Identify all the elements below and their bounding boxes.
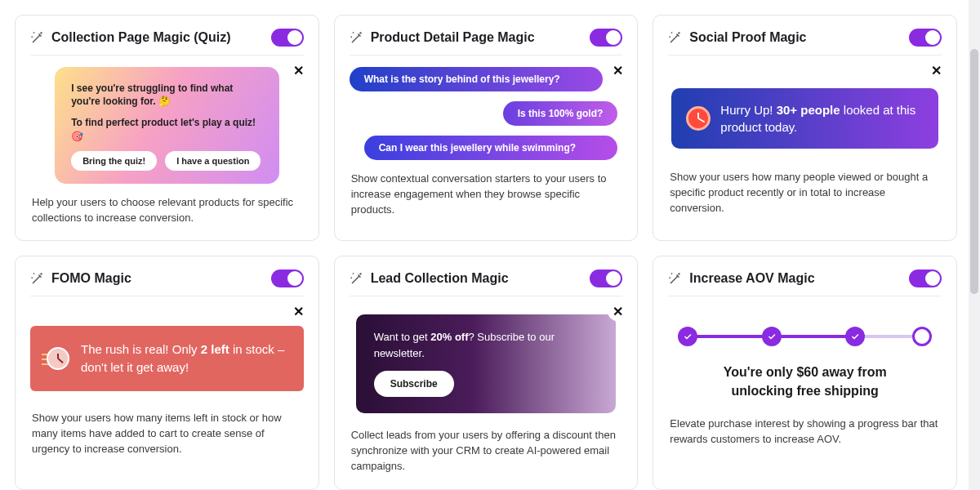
wand-icon (30, 30, 45, 45)
progress-node-incomplete (912, 327, 932, 346)
progress-node-complete (845, 327, 865, 346)
clock-icon (47, 347, 69, 370)
question-button[interactable]: I have a question (165, 151, 261, 171)
card-title: FOMO Magic (51, 271, 131, 286)
toggle-increase-aov[interactable] (909, 270, 942, 287)
fomo-banner: The rush is real! Only 2 left in stock –… (30, 326, 304, 391)
preview-lead: ✕ Want to get 20% off? Subscribe to our … (350, 308, 623, 416)
bring-quiz-button[interactable]: Bring the quiz! (71, 151, 157, 171)
card-social-proof: Social Proof Magic ✕ Hurry Up! 30+ peopl… (653, 15, 957, 241)
wand-icon (350, 30, 364, 45)
card-header: Product Detail Page Magic (350, 29, 623, 56)
toggle-social-proof[interactable] (909, 29, 942, 47)
fomo-text-prefix: The rush is real! Only (81, 342, 201, 356)
aov-line-2: unlocking free shipping (673, 382, 937, 400)
card-description: Show contextual conversation starters to… (350, 172, 623, 218)
toggle-fomo[interactable] (271, 270, 304, 287)
card-header: FOMO Magic (30, 270, 304, 296)
conversation-starter-pill[interactable]: What is the story behind of this jewelle… (350, 67, 604, 91)
card-title: Increase AOV Magic (689, 271, 814, 286)
preview-aov: You're only $60 away from unlocking free… (668, 308, 942, 405)
wand-icon (350, 271, 364, 286)
aov-line-1: You're only $60 away from (673, 363, 937, 381)
wand-icon (30, 271, 45, 286)
card-title: Collection Page Magic (Quiz) (51, 30, 231, 45)
card-title: Lead Collection Magic (371, 271, 509, 286)
toggle-collection-quiz[interactable] (271, 29, 304, 47)
progress-node-complete (678, 327, 697, 346)
subscribe-button[interactable]: Subscribe (374, 371, 454, 397)
card-increase-aov: Increase AOV Magic You're only $60 away … (653, 256, 957, 490)
clock-icon (686, 106, 710, 131)
toggle-product-detail[interactable] (590, 29, 622, 47)
lead-text-bold: 20% off (430, 331, 468, 343)
card-header: Social Proof Magic (668, 29, 942, 56)
card-description: Show your users how many people viewed o… (668, 170, 942, 216)
card-title: Product Detail Page Magic (371, 30, 535, 45)
quiz-line-2: To find perfect product let's play a qui… (71, 116, 262, 142)
preview-quiz: ✕ I see you're struggling to find what y… (30, 67, 304, 184)
quiz-line-1: I see you're struggling to find what you… (71, 82, 262, 108)
card-title: Social Proof Magic (689, 30, 806, 45)
social-text-prefix: Hurry Up! (720, 103, 776, 117)
preview-social: ✕ Hurry Up! 30+ people looked at this pr… (668, 67, 942, 158)
close-icon[interactable]: ✕ (289, 301, 309, 321)
social-proof-banner: Hurry Up! 30+ people looked at this prod… (671, 88, 938, 149)
fomo-text-bold: 2 left (201, 342, 229, 356)
conversation-starter-pill[interactable]: Is this 100% gold? (503, 101, 618, 126)
close-icon[interactable]: ✕ (289, 60, 309, 80)
card-description: Elevate purchase interest by showing a p… (668, 416, 942, 448)
card-product-detail: Product Detail Page Magic ✕ What is the … (334, 15, 639, 241)
card-fomo: FOMO Magic ✕ The rush is real! Only 2 le… (15, 256, 319, 490)
social-text-bold: 30+ people (777, 103, 840, 117)
card-header: Collection Page Magic (Quiz) (30, 29, 304, 56)
wand-icon (668, 30, 683, 45)
wand-icon (668, 271, 683, 286)
preview-fomo: ✕ The rush is real! Only 2 left in stock… (30, 308, 304, 399)
lead-text-prefix: Want to get (374, 331, 431, 343)
card-description: Help your users to choose relevant produ… (30, 195, 304, 226)
scrollbar-track[interactable] (969, 0, 980, 490)
progress-node-complete (762, 327, 782, 346)
scrollbar-thumb[interactable] (970, 49, 978, 294)
quiz-bubble: I see you're struggling to find what you… (55, 67, 278, 184)
close-icon[interactable]: ✕ (608, 60, 627, 80)
conversation-starter-pill[interactable]: Can I wear this jewellery while swimming… (364, 136, 618, 160)
card-header: Increase AOV Magic (668, 270, 942, 296)
progress-bar (678, 324, 932, 349)
toggle-lead-collection[interactable] (590, 270, 622, 287)
card-header: Lead Collection Magic (350, 270, 623, 296)
card-description: Show your users how many items left in s… (30, 411, 304, 457)
card-collection-quiz: Collection Page Magic (Quiz) ✕ I see you… (15, 15, 319, 241)
preview-pills: ✕ What is the story behind of this jewel… (350, 67, 623, 160)
close-icon[interactable]: ✕ (608, 301, 627, 321)
card-description: Collect leads from your users by offerin… (350, 428, 623, 474)
lead-banner: Want to get 20% off? Subscribe to our ne… (356, 314, 617, 413)
close-icon[interactable]: ✕ (927, 60, 947, 80)
card-lead-collection: Lead Collection Magic ✕ Want to get 20% … (334, 256, 639, 490)
